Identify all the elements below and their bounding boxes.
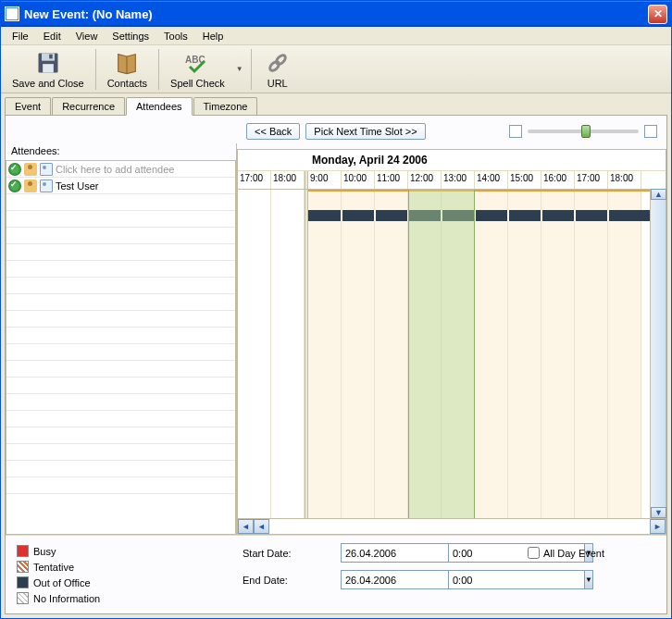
zoom-out-box[interactable] <box>509 125 522 138</box>
empty-row <box>6 411 235 427</box>
legend-swatch <box>17 545 29 557</box>
person-icon <box>24 180 37 192</box>
book-icon <box>114 50 140 76</box>
schedule-column <box>271 190 305 518</box>
attendee-name: Test User <box>56 180 98 192</box>
save-close-button[interactable]: Save and Close <box>5 48 92 91</box>
status-ok-icon <box>8 180 21 192</box>
schedule-column <box>308 190 342 518</box>
all-day-checkbox[interactable] <box>528 547 540 559</box>
empty-row <box>6 261 235 278</box>
scroll-down-button[interactable]: ▼ <box>651 507 666 518</box>
hour-header-cell: 11:00 <box>375 171 408 189</box>
schedule-column <box>342 190 375 518</box>
menu-edit[interactable]: Edit <box>36 29 68 43</box>
menu-help[interactable]: Help <box>195 29 231 43</box>
end-date-label: End Date: <box>243 575 335 586</box>
abc-check-icon: ABC <box>184 50 210 76</box>
vertical-scrollbar[interactable]: ▲ ▼ <box>650 189 666 518</box>
titlebar[interactable]: New Event: (No Name) ✕ <box>1 1 671 27</box>
add-attendee-row[interactable]: Click here to add attendee <box>6 161 235 178</box>
zoom-slider[interactable] <box>528 130 639 133</box>
empty-row <box>6 244 235 261</box>
attendee-row[interactable]: Test User <box>6 178 235 194</box>
next-slot-button[interactable]: Pick Next Time Slot >> <box>305 123 425 140</box>
scroll-left2-button[interactable]: ◄ <box>254 519 269 534</box>
menu-file[interactable]: File <box>5 29 36 43</box>
start-date-row: Start Date: ▼ ▼ All Day Event <box>243 543 661 563</box>
end-date-row: End Date: ▼ ▼ <box>243 570 661 589</box>
back-button[interactable]: << Back <box>246 123 300 140</box>
end-time-input[interactable] <box>448 570 584 589</box>
empty-row <box>6 344 235 361</box>
tab-recurrence[interactable]: Recurrence <box>52 97 125 115</box>
contacts-button[interactable]: Contacts <box>100 48 155 91</box>
menu-view[interactable]: View <box>68 29 106 43</box>
empty-row <box>6 461 235 477</box>
legend-label: Busy <box>33 546 56 557</box>
attendees-heading: Attendees: <box>6 143 236 158</box>
app-icon <box>5 6 19 21</box>
legend-label: Tentative <box>33 562 74 573</box>
toolbar: Save and Close Contacts ABC Spell Check … <box>1 45 671 93</box>
end-time-combo[interactable]: ▼ <box>448 570 513 589</box>
legend-row: No Information <box>17 590 230 606</box>
legend-swatch <box>17 576 29 588</box>
legend-row: Out of Office <box>17 575 230 590</box>
hour-header-cell: 14:00 <box>475 171 508 189</box>
busy-bar <box>308 210 666 221</box>
schedule-controls: << Back Pick Next Time Slot >> <box>237 116 666 147</box>
schedule-body[interactable] <box>238 190 666 518</box>
card-icon <box>40 180 53 192</box>
add-attendee-placeholder: Click here to add attendee <box>56 164 174 175</box>
scroll-up-button[interactable]: ▲ <box>651 189 666 200</box>
schedule-column <box>508 190 541 518</box>
attendees-panel: Attendees: Click here to add attendee Te… <box>6 143 237 535</box>
horizontal-scrollbar[interactable]: ◄ ◄ ► <box>238 518 666 534</box>
hour-header-cell: 15:00 <box>508 171 541 189</box>
end-date-combo[interactable]: ▼ <box>341 570 442 589</box>
start-time-combo[interactable]: ▼ <box>448 543 513 563</box>
schedule-column <box>238 190 271 518</box>
spell-dropdown-arrow[interactable]: ▼ <box>232 65 247 73</box>
legend-swatch <box>17 592 29 604</box>
url-button[interactable]: URL <box>255 48 300 91</box>
close-button[interactable]: ✕ <box>648 5 667 24</box>
status-ok-icon <box>8 163 21 176</box>
tab-timezone[interactable]: Timezone <box>193 97 258 115</box>
zoom-slider-thumb[interactable] <box>581 125 591 138</box>
empty-row <box>6 211 235 228</box>
tabbar: Event Recurrence Attendees Timezone <box>1 93 671 115</box>
hour-header-cell: 12:00 <box>408 171 442 189</box>
menu-settings[interactable]: Settings <box>105 29 156 43</box>
hour-header-cell: 13:00 <box>442 171 475 189</box>
legend-row: Tentative <box>17 559 230 575</box>
menubar: File Edit View Settings Tools Help <box>1 27 671 45</box>
start-date-combo[interactable]: ▼ <box>341 543 442 563</box>
hour-header-cell: 17:00 <box>575 171 608 189</box>
menu-tools[interactable]: Tools <box>156 29 195 43</box>
end-time-dropdown[interactable]: ▼ <box>584 570 593 589</box>
window-title: New Event: (No Name) <box>24 7 153 21</box>
scroll-right-button[interactable]: ► <box>650 519 666 534</box>
spell-check-button[interactable]: ABC Spell Check <box>163 48 232 91</box>
schedule-column <box>475 190 508 518</box>
card-icon <box>40 163 53 176</box>
empty-row <box>6 311 235 328</box>
all-day-checkbox-label[interactable]: All Day Event <box>528 547 604 559</box>
schedule-column <box>375 190 408 518</box>
window: New Event: (No Name) ✕ File Edit View Se… <box>0 0 672 619</box>
zoom-in-box[interactable] <box>644 125 657 138</box>
hour-header-cell: 9:00 <box>308 171 342 189</box>
scroll-left-button[interactable]: ◄ <box>238 519 254 534</box>
toolbar-separator <box>158 49 159 90</box>
schedule-column <box>608 190 641 518</box>
schedule-column <box>442 190 475 518</box>
person-icon <box>24 163 37 176</box>
schedule-grid: Monday, April 24 2006 17:0018:009:0010:0… <box>237 149 666 535</box>
tab-event[interactable]: Event <box>5 97 51 115</box>
schedule-panel: << Back Pick Next Time Slot >> Monday, A… <box>237 116 666 535</box>
tab-attendees[interactable]: Attendees <box>126 97 193 116</box>
svg-rect-3 <box>49 54 52 58</box>
all-day-label: All Day Event <box>543 548 604 559</box>
